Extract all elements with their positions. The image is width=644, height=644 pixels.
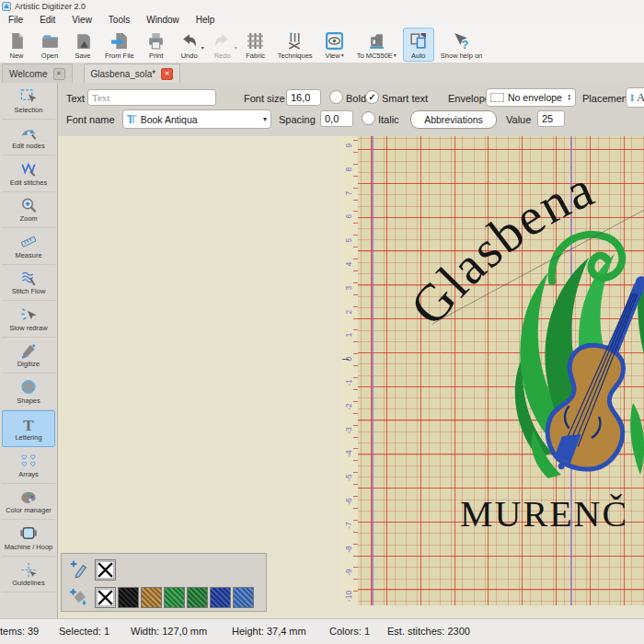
- envelope-dropdown[interactable]: No envelope ▲▼: [486, 88, 576, 107]
- close-icon[interactable]: ✕: [161, 68, 173, 80]
- toolbar-fabric-button[interactable]: Fabric: [240, 28, 271, 62]
- menu-edit[interactable]: Edit: [31, 15, 63, 25]
- color-swatch[interactable]: [141, 587, 162, 608]
- ruler-number: -3: [344, 424, 353, 437]
- menu-view[interactable]: View: [63, 15, 100, 25]
- toolbar-view-button[interactable]: View▾: [319, 28, 351, 62]
- sidebar-item-label: Slow redraw: [9, 324, 47, 332]
- text-input[interactable]: Text: [87, 89, 216, 106]
- import-file-icon: [109, 29, 131, 52]
- sidebar-item-label: Edit stitches: [10, 178, 47, 187]
- font-name-label: Font name: [66, 114, 115, 125]
- toolbar-button-label: Fabric: [246, 52, 265, 60]
- dropdown-arrow-icon[interactable]: ▾: [341, 52, 344, 60]
- tab-glasbena-sola-[interactable]: Glasbena_sola*✕: [84, 63, 181, 83]
- bold-checkbox[interactable]: [329, 90, 343, 104]
- bottom-text[interactable]: MURENČ: [460, 493, 628, 535]
- add-fill-icon[interactable]: [68, 587, 88, 607]
- toolbar-to-mc550e-button[interactable]: To MC550E▾: [352, 28, 401, 62]
- toolbar-techniques-button[interactable]: Techniques: [273, 28, 317, 62]
- status-est-stitches: Est. stitches: 2300: [387, 626, 470, 637]
- dropdown-arrow-icon[interactable]: ▾: [235, 44, 237, 51]
- placement-letter-icon: A: [637, 90, 644, 105]
- sidebar-item-selection[interactable]: Selection: [2, 83, 55, 120]
- add-pen-icon[interactable]: [68, 559, 88, 580]
- font-size-input[interactable]: 16,0: [286, 89, 321, 106]
- abbreviations-button[interactable]: Abbreviations: [410, 110, 497, 129]
- save-icon: [72, 29, 94, 52]
- no-color-swatch[interactable]: [95, 587, 116, 608]
- smart-text-checkbox[interactable]: ✓: [365, 90, 379, 104]
- ruler-number: -6: [344, 495, 353, 508]
- toolbar-button-label: Techniques: [278, 52, 313, 60]
- spacing-label: Spacing: [279, 114, 316, 125]
- guidelines-icon: [18, 560, 39, 579]
- toolbar-from-file-button[interactable]: From File: [100, 28, 139, 62]
- sidebar-item-color-manager[interactable]: Color manager: [2, 484, 55, 521]
- toolbar-show-help-on-button[interactable]: ?Show help on: [436, 28, 487, 62]
- toolbar-undo-button[interactable]: ▾Undo: [174, 28, 205, 62]
- menu-file[interactable]: File: [0, 15, 31, 25]
- sidebar-item-guidelines[interactable]: Guidelines: [2, 557, 55, 593]
- toolbar-auto-button[interactable]: Auto: [403, 28, 434, 62]
- dropdown-arrow-icon[interactable]: ▾: [394, 52, 397, 60]
- bold-label: Bold: [346, 93, 366, 104]
- sidebar-item-label: Edit nodes: [12, 142, 44, 150]
- menu-window[interactable]: Window: [138, 15, 188, 25]
- color-swatch[interactable]: [118, 587, 139, 608]
- thread-color-palette: [61, 553, 267, 612]
- italic-checkbox[interactable]: [362, 111, 375, 125]
- sidebar-item-zoom[interactable]: Zoom: [2, 192, 55, 229]
- outline-color-row: [62, 557, 266, 582]
- sidebar-item-lettering[interactable]: TLettering: [2, 410, 55, 448]
- ruler-number: -9: [344, 566, 353, 579]
- envelope-value: No envelope: [508, 92, 562, 103]
- toolbar-button-label: Save: [75, 52, 90, 60]
- color-swatch[interactable]: [187, 587, 208, 608]
- sidebar-item-label: Stitch Flow: [12, 287, 46, 295]
- toolbar-print-button[interactable]: Print: [141, 28, 172, 62]
- dropdown-arrow-icon[interactable]: ▾: [201, 44, 204, 51]
- close-icon[interactable]: ✕: [53, 68, 65, 80]
- new-document-icon: [6, 29, 28, 52]
- sidebar-item-label: Digitize: [17, 360, 40, 368]
- measure-icon: [18, 233, 39, 251]
- toolbar-open-button[interactable]: Open: [34, 28, 65, 62]
- slow-redraw-icon: [18, 305, 39, 324]
- text-label: Text: [66, 93, 85, 104]
- color-swatch[interactable]: [164, 587, 185, 608]
- menu-help[interactable]: Help: [188, 15, 224, 25]
- smart-text-label: Smart text: [382, 93, 428, 104]
- sidebar-item-digitize[interactable]: Digitize: [2, 338, 55, 374]
- color-swatch[interactable]: [233, 587, 254, 608]
- truetype-icon: TT: [127, 113, 133, 126]
- tab-welcome[interactable]: Welcome✕: [2, 63, 73, 83]
- placement-button[interactable]: I A: [626, 87, 644, 108]
- sidebar-item-machine-hoop[interactable]: Machine / Hoop: [2, 520, 55, 557]
- italic-label: Italic: [378, 114, 399, 125]
- lettering-icon: T: [18, 415, 39, 433]
- sidebar-item-stitch-flow[interactable]: Stitch Flow: [2, 265, 55, 302]
- lettering-property-panel: Text Text Font size 16,0 Bold ✓ Smart te…: [58, 83, 644, 137]
- menu-tools[interactable]: Tools: [100, 15, 138, 25]
- toolbar-save-button[interactable]: Save: [67, 28, 98, 62]
- value-label: Value: [506, 114, 531, 125]
- embroidery-design[interactable]: Glasbena MURENČ: [358, 136, 644, 605]
- techniques-icon: [284, 29, 306, 52]
- color-swatch[interactable]: [210, 587, 231, 608]
- toolbar-new-button[interactable]: New: [1, 28, 32, 62]
- spacing-input[interactable]: 0,0: [320, 110, 353, 127]
- sidebar-item-measure[interactable]: Measure: [2, 228, 55, 265]
- value-input[interactable]: 25: [537, 110, 565, 127]
- sidebar-item-label: Measure: [15, 251, 41, 259]
- sidebar-item-shapes[interactable]: Shapes: [2, 374, 55, 410]
- font-name-dropdown[interactable]: TT Book Antiqua ▾: [122, 109, 271, 129]
- sidebar-item-arrays[interactable]: Arrays: [2, 447, 55, 484]
- sidebar-item-edit-stitches[interactable]: Edit stitches: [2, 155, 55, 192]
- sidebar-item-slow-redraw[interactable]: Slow redraw: [2, 301, 55, 338]
- font-name-value: Book Antiqua: [141, 114, 198, 125]
- sidebar-item-edit-nodes[interactable]: Edit nodes: [2, 120, 55, 156]
- no-color-swatch[interactable]: [95, 559, 116, 581]
- text-cursor-icon: I: [630, 93, 634, 103]
- tab-label: Glasbena_sola*: [91, 69, 156, 79]
